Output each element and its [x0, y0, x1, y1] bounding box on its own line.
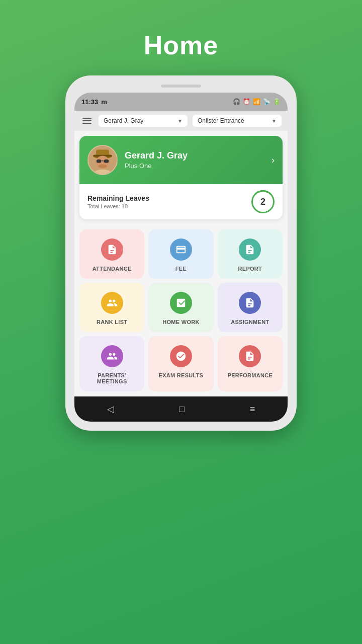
profile-arrow-icon: › [272, 155, 275, 166]
phone-screen: 11:33 m 🎧 ⏰ 📶 📡 🔋 Gerard J. Gray ▼ Onlis… [74, 93, 288, 422]
performance-icon-bg [239, 345, 261, 367]
grid-item-report[interactable]: REPORT [218, 229, 283, 279]
profile-bottom: Remaining Leaves Total Leaves: 10 2 [79, 184, 283, 219]
fee-icon-bg [170, 238, 192, 261]
grid-item-fee[interactable]: FEE [148, 229, 213, 279]
examresults-label: EXAM RESULTS [159, 372, 204, 378]
attendance-label: ATTENDANCE [93, 266, 132, 272]
profile-top: Gerard J. Gray Plus One › [79, 136, 283, 184]
fee-label: FEE [175, 266, 187, 272]
school-chevron-icon: ▼ [272, 118, 277, 124]
menu-button[interactable]: ≡ [250, 404, 255, 415]
profile-name: Gerard J. Gray [125, 150, 264, 161]
phone-frame: 11:33 m 🎧 ⏰ 📶 📡 🔋 Gerard J. Gray ▼ Onlis… [65, 75, 297, 431]
performance-label: PERFORMANCE [228, 372, 273, 378]
grid-item-ranklist[interactable]: RANK LIST [79, 283, 144, 332]
parents-icon-bg [101, 345, 123, 367]
assignment-label: ASSIGNMENT [231, 319, 269, 325]
battery-icon: 🔋 [273, 98, 281, 105]
school-dropdown-name: Onlister Entrance [198, 117, 244, 124]
grid-item-homework[interactable]: HOME WORK [148, 283, 213, 332]
leaves-info: Remaining Leaves Total Leaves: 10 [87, 194, 149, 209]
grid-item-examresults[interactable]: EXAM RESULTS [148, 336, 213, 391]
grid-item-performance[interactable]: PERFORMANCE [218, 336, 283, 391]
avatar [87, 145, 118, 175]
ranklist-label: RANK LIST [97, 319, 127, 325]
examresults-icon-bg [170, 345, 192, 367]
user-dropdown[interactable]: Gerard J. Gray ▼ [99, 115, 188, 127]
grid-item-parents[interactable]: PARENTS' MEETINGS [79, 336, 144, 391]
carrier-logo: m [101, 98, 107, 106]
page-title: Home [144, 30, 218, 60]
status-time: 11:33 m [81, 98, 107, 106]
total-leaves-label: Total Leaves: 10 [87, 203, 149, 209]
profile-info: Gerard J. Gray Plus One [125, 150, 264, 170]
headphone-icon: 🎧 [233, 98, 240, 105]
svg-point-8 [99, 164, 107, 168]
profile-card[interactable]: Gerard J. Gray Plus One › Remaining Leav… [79, 136, 283, 219]
assignment-icon-bg [239, 292, 261, 314]
bottom-nav-bar: ◁ □ ≡ [74, 396, 288, 422]
homework-label: HOME WORK [162, 319, 200, 325]
grid-item-assignment[interactable]: ASSIGNMENT [218, 283, 283, 332]
time-display: 11:33 [81, 98, 98, 106]
report-icon-bg [239, 238, 261, 261]
alarm-icon: ⏰ [243, 98, 250, 105]
signal-icon: 📡 [263, 98, 270, 105]
leaves-circle: 2 [251, 190, 275, 213]
user-chevron-icon: ▼ [177, 118, 183, 124]
top-nav: Gerard J. Gray ▼ Onlister Entrance ▼ [74, 111, 288, 131]
attendance-icon-bg [101, 238, 123, 261]
school-dropdown[interactable]: Onlister Entrance ▼ [193, 115, 282, 127]
features-grid: ATTENDANCE FEE REPORT R [74, 224, 288, 396]
status-icons: 🎧 ⏰ 📶 📡 🔋 [233, 98, 281, 105]
home-button[interactable]: □ [179, 404, 185, 415]
svg-rect-5 [97, 159, 101, 163]
parents-label: PARENTS' MEETINGS [84, 372, 139, 384]
remaining-leaves-title: Remaining Leaves [87, 194, 149, 202]
ranklist-icon-bg [101, 292, 123, 314]
phone-notch [161, 85, 201, 88]
status-bar: 11:33 m 🎧 ⏰ 📶 📡 🔋 [74, 93, 288, 111]
hamburger-menu[interactable] [80, 116, 94, 126]
report-label: REPORT [238, 266, 262, 272]
back-button[interactable]: ◁ [107, 404, 114, 415]
homework-icon-bg [170, 292, 192, 314]
leaves-count: 2 [260, 197, 265, 207]
user-dropdown-name: Gerard J. Gray [104, 117, 143, 124]
grid-item-attendance[interactable]: ATTENDANCE [79, 229, 144, 279]
profile-subtitle: Plus One [125, 162, 264, 170]
svg-rect-6 [104, 159, 109, 163]
wifi-icon: 📶 [253, 98, 260, 105]
